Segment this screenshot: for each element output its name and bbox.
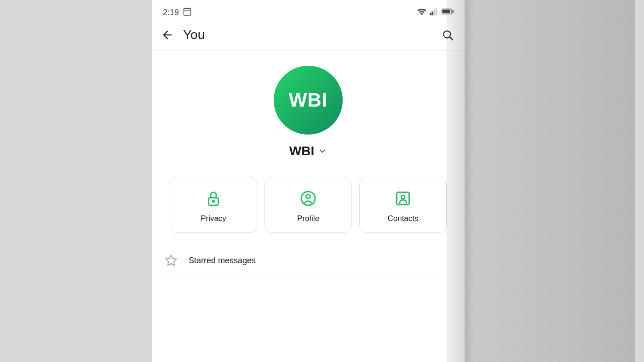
phone-screen: 2:19	[152, 0, 465, 362]
svg-marker-19	[166, 255, 176, 265]
right-panel	[465, 0, 635, 362]
chevron-down-icon[interactable]	[318, 147, 327, 158]
status-icons	[417, 7, 454, 17]
svg-rect-0	[184, 8, 191, 15]
svg-rect-9	[442, 10, 450, 13]
menu-section: Starred messages	[152, 244, 465, 277]
svg-rect-5	[431, 11, 433, 15]
status-time-group: 2:19	[163, 7, 192, 18]
svg-point-14	[213, 200, 214, 202]
avatar-initials: WBI	[289, 89, 328, 111]
action-buttons: Privacy Profile	[152, 168, 465, 244]
status-bar: 2:19	[152, 0, 465, 23]
back-button[interactable]	[159, 27, 178, 43]
starred-messages-item[interactable]: Starred messages	[159, 244, 457, 277]
status-time: 2:19	[163, 8, 179, 17]
username-row: WBI	[289, 144, 327, 158]
username: WBI	[289, 144, 314, 158]
signal-icon	[430, 7, 439, 17]
profile-icon	[298, 188, 318, 209]
star-icon	[163, 252, 179, 269]
privacy-card[interactable]: Privacy	[170, 177, 257, 233]
svg-point-16	[306, 194, 310, 198]
contacts-label: Contacts	[387, 214, 418, 223]
header-left: You	[159, 27, 205, 43]
privacy-label: Privacy	[201, 214, 226, 223]
svg-line-12	[450, 37, 453, 40]
wifi-icon	[417, 7, 427, 17]
profile-card[interactable]: Profile	[264, 177, 352, 233]
lock-icon	[203, 188, 224, 209]
calendar-icon	[183, 7, 192, 18]
profile-label: Profile	[297, 214, 319, 223]
header: You	[152, 23, 465, 51]
contacts-card[interactable]: Contacts	[359, 177, 447, 233]
starred-messages-label: Starred messages	[189, 256, 256, 266]
svg-rect-7	[436, 8, 437, 15]
page-title: You	[183, 28, 205, 42]
fold-edge-shadow	[465, 0, 474, 362]
svg-rect-4	[430, 13, 431, 15]
search-button[interactable]	[440, 27, 455, 43]
svg-rect-10	[452, 10, 454, 13]
profile-section: WBI WBI	[152, 51, 465, 168]
contacts-icon	[393, 188, 413, 209]
battery-icon	[442, 8, 454, 17]
svg-point-18	[401, 195, 405, 199]
avatar: WBI	[274, 66, 343, 135]
svg-rect-6	[433, 10, 435, 16]
